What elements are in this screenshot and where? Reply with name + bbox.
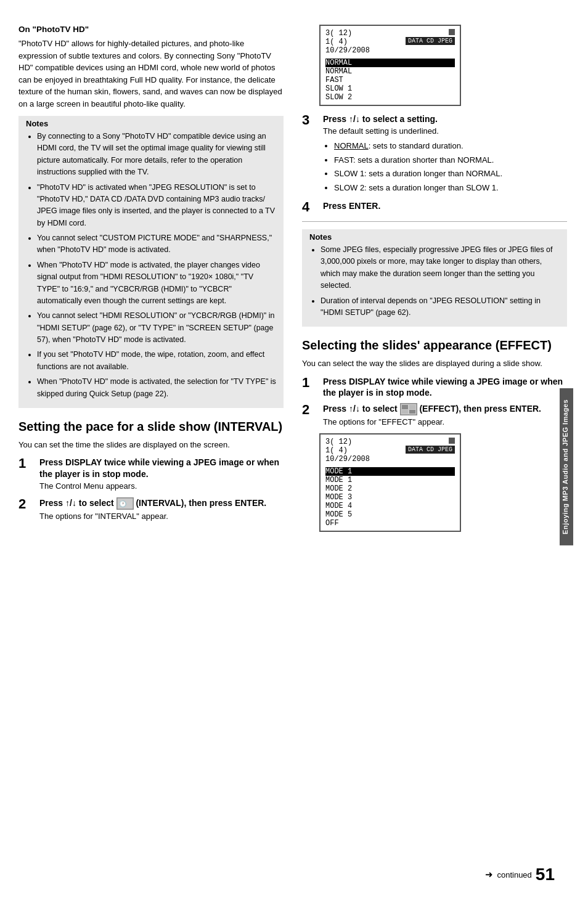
right-step4-content: Press ENTER. — [323, 200, 567, 211]
interval-icon: 🕐 — [116, 497, 134, 510]
interval-step1-content: Press DISPLAY twice while viewing a JPEG… — [39, 457, 284, 492]
notes-item-5: You cannot select "HDMI RESOLUTION" or "… — [37, 310, 276, 346]
effect-step2-title: Press ↑/↓ to select (EFFECT), then press… — [323, 403, 567, 415]
effect-step1-num: 1 — [302, 376, 319, 390]
effect-body: You can select the way the slides are di… — [302, 357, 567, 370]
interval-step2-num: 2 — [18, 497, 36, 511]
svg-rect-4 — [409, 405, 415, 409]
notes-item-7: When "PhotoTV HD" mode is activated, the… — [37, 376, 276, 400]
right-step3: 3 Press ↑/↓ to select a setting. The def… — [302, 113, 567, 195]
interval-step2-desc: The options for "INTERVAL" appear. — [39, 511, 284, 523]
screen2-item-4: MODE 4 — [325, 502, 455, 510]
screen1-item-0: NORMAL — [325, 59, 455, 67]
phototv-title: On "PhotoTV HD" — [18, 25, 284, 34]
interval-step1-num: 1 — [18, 457, 36, 470]
notes-item-1: By connecting to a Sony "PhotoTV HD" com… — [37, 131, 276, 179]
screen1-lines: 3( 12) 1( 4) 10/29/2008 — [325, 29, 370, 55]
effect-step2-title-text: Press ↑/↓ to select — [323, 404, 398, 414]
screen1-line2: 1( 4) — [325, 38, 370, 46]
effect-step2-content: Press ↑/↓ to select (EFFECT), then press… — [323, 403, 567, 428]
step3-option-0-rest: : sets to standard duration. — [369, 141, 463, 150]
screen1-line1: 3( 12) — [325, 29, 370, 38]
right-step3-options: NORMAL: sets to standard duration. FAST:… — [323, 140, 567, 194]
screen2-item-6: OFF — [325, 519, 455, 528]
notes-item-6: If you set "PhotoTV HD" mode, the wipe, … — [37, 349, 276, 373]
step3-option-2: SLOW 1: sets a duration longer than NORM… — [334, 168, 567, 180]
screen1-item-4: SLOW 2 — [325, 93, 455, 102]
screen2-square — [449, 438, 455, 444]
screen2-item-1: MODE 1 — [325, 476, 455, 484]
notes2-item-0: Some JPEG files, especially progressive … — [321, 244, 560, 292]
screen-effect: 3( 12) 1( 4) 10/29/2008 DATA CD JPEG MOD… — [319, 433, 461, 532]
right-step4-num: 4 — [302, 200, 319, 214]
screen2-lines: 3( 12) 1( 4) 10/29/2008 — [325, 438, 370, 463]
interval-step2-title: Press ↑/↓ to select 🕐 (INTERVAL), then p… — [39, 497, 284, 510]
right-step3-title: Press ↑/↓ to select a setting. — [323, 113, 567, 124]
screen2-line3: 10/29/2008 — [325, 455, 370, 463]
svg-text:🕐: 🕐 — [119, 500, 127, 508]
screen1-item-3: SLOW 1 — [325, 84, 455, 93]
notes2-item-1: Duration of interval depends on "JPEG RE… — [321, 295, 560, 319]
svg-rect-5 — [402, 410, 408, 414]
notes-item-2: "PhotoTV HD" is activated when "JPEG RES… — [37, 182, 276, 230]
side-tab: Enjoying MP3 Audio and JPEG Images — [560, 388, 573, 545]
step3-option-0-underline: NORMAL — [334, 141, 369, 150]
screen2-item-3: MODE 3 — [325, 493, 455, 502]
screen1-square — [449, 29, 455, 35]
interval-step2-content: Press ↑/↓ to select 🕐 (INTERVAL), then p… — [39, 497, 284, 523]
svg-rect-3 — [402, 405, 408, 409]
screen2-line2: 1( 4) — [325, 446, 370, 455]
step3-option-3: SLOW 2: sets a duration longer than SLOW… — [334, 182, 567, 194]
effect-step2: 2 Press ↑/↓ to select (EFFECT), then pre… — [302, 403, 567, 428]
notes-list-2: Some JPEG files, especially progressive … — [309, 244, 560, 319]
effect-step1: 1 Press DISPLAY twice while viewing a JP… — [302, 376, 567, 398]
right-step3-desc: The default setting is underlined. — [323, 126, 567, 137]
screen1-item-2: FAST — [325, 76, 455, 84]
notes-label-1: Notes — [26, 119, 48, 128]
step3-option-1: FAST: sets a duration shorter than NORMA… — [334, 154, 567, 166]
notes-list-1: By connecting to a Sony "PhotoTV HD" com… — [26, 131, 276, 400]
interval-section-title: Setting the pace for a slide show (INTER… — [18, 419, 284, 434]
screen2-item-0: MODE 1 — [325, 467, 455, 476]
notes-label-2: Notes — [309, 232, 332, 242]
notes-header-1: Notes — [26, 119, 276, 128]
right-step3-num: 3 — [302, 113, 319, 127]
effect-step2-desc: The options for "EFFECT" appear. — [323, 417, 567, 428]
screen-interval: 3( 12) 1( 4) 10/29/2008 DATA CD JPEG NOR… — [319, 25, 461, 106]
footer-continued: continued — [497, 870, 531, 879]
notes-box-2: Notes Some JPEG files, especially progre… — [302, 229, 567, 327]
screen1-line3: 10/29/2008 — [325, 46, 370, 55]
interval-step1-title: Press DISPLAY twice while viewing a JPEG… — [39, 457, 284, 479]
interval-step2-title-text: Press ↑/↓ to select — [39, 498, 114, 508]
effect-step2-title2: (EFFECT), then press ENTER. — [419, 404, 541, 414]
footer: ➜ continued 51 — [485, 866, 555, 883]
footer-page: 51 — [536, 866, 555, 883]
effect-icon — [400, 403, 417, 415]
screen2-line1: 3( 12) — [325, 438, 370, 446]
right-step4-title: Press ENTER. — [323, 200, 567, 211]
screen2-item-2: MODE 2 — [325, 484, 455, 493]
interval-body: You can set the time the slides are disp… — [18, 439, 284, 451]
phototv-body: "PhotoTV HD" allows for highly-detailed … — [18, 38, 284, 110]
notes-box-1: Notes By connecting to a Sony "PhotoTV H… — [18, 116, 284, 408]
effect-step1-content: Press DISPLAY twice while viewing a JPEG… — [323, 376, 567, 398]
interval-step1-desc: The Control Menu appears. — [39, 481, 284, 492]
notes-item-3: You cannot select "CUSTOM PICTURE MODE" … — [37, 232, 276, 256]
svg-rect-6 — [409, 410, 415, 414]
interval-step1: 1 Press DISPLAY twice while viewing a JP… — [18, 457, 284, 492]
notes-header-2: Notes — [309, 232, 560, 242]
interval-step2: 2 Press ↑/↓ to select 🕐 (INTERVAL), then… — [18, 497, 284, 523]
footer-arrow-icon: ➜ — [485, 869, 493, 880]
effect-step1-title: Press DISPLAY twice while viewing a JPEG… — [323, 376, 567, 398]
interval-step2-title2: (INTERVAL), then press ENTER. — [136, 498, 266, 508]
screen1-badge: DATA CD JPEG — [406, 37, 455, 45]
screen1-item-1: NORMAL — [325, 67, 455, 76]
step-divider — [302, 221, 567, 222]
effect-section-title: Selecting the slides' appearance (EFFECT… — [302, 338, 567, 353]
right-step4: 4 Press ENTER. — [302, 200, 567, 214]
right-step3-content: Press ↑/↓ to select a setting. The defau… — [323, 113, 567, 195]
screen2-badge: DATA CD JPEG — [406, 446, 455, 454]
screen2-item-5: MODE 5 — [325, 510, 455, 519]
effect-step2-num: 2 — [302, 403, 319, 417]
notes-item-4: When "PhotoTV HD" mode is activated, the… — [37, 259, 276, 308]
